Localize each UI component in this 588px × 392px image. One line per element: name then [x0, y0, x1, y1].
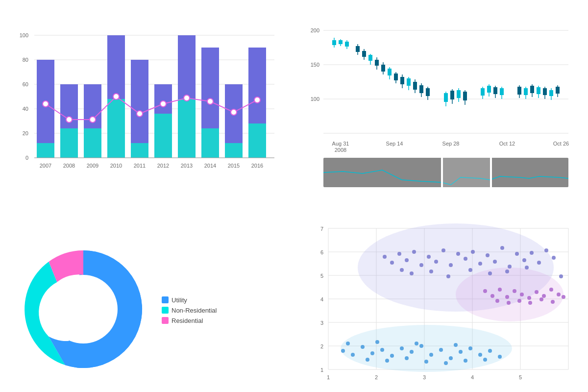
scatter-dot-c3 — [415, 342, 418, 345]
scatter-x-1: 1 — [327, 374, 330, 380]
scatter-dot-c2 — [549, 288, 553, 292]
scatter-dot-c3 — [439, 348, 443, 352]
scatter-dot — [559, 274, 563, 278]
svg-rect-48 — [463, 92, 467, 100]
x-label-2012: 2012 — [157, 163, 169, 169]
scatter-dot — [515, 252, 519, 256]
svg-rect-22 — [368, 55, 372, 61]
legend-color-residential — [162, 317, 169, 324]
scatter-dot — [434, 260, 438, 264]
line-dot-2011 — [137, 111, 143, 117]
line-dot-2013 — [184, 95, 190, 101]
scatter-dot-c3 — [483, 358, 487, 362]
scatter-dot-c3 — [498, 355, 502, 359]
bar-cyan-2009 — [84, 128, 101, 158]
line-dot-2016 — [254, 97, 260, 103]
legend-color-utility — [162, 296, 169, 303]
x-label-2007: 2007 — [40, 163, 51, 169]
scatter-dot — [478, 262, 482, 266]
scatter-dot-c3 — [449, 356, 453, 360]
svg-rect-70 — [556, 87, 560, 94]
x-label-2011: 2011 — [134, 163, 146, 169]
scatter-dot-c3 — [380, 348, 384, 352]
scatter-dot — [410, 271, 414, 275]
svg-rect-16 — [345, 42, 349, 47]
scatter-dot-c3 — [370, 351, 374, 355]
svg-rect-50 — [481, 88, 485, 96]
svg-rect-64 — [537, 87, 540, 94]
scatter-dot-c3 — [405, 356, 409, 360]
svg-rect-40 — [426, 88, 430, 96]
scatter-dot — [400, 268, 404, 272]
scatter-dot — [419, 263, 423, 267]
y-label-100: 100 — [20, 32, 28, 38]
bar-chart-container: 0 20 40 60 80 100 — [0, 0, 294, 208]
scatter-y-3: 3 — [320, 320, 323, 326]
scatter-dot-c2 — [517, 299, 521, 303]
bar-cyan-2008 — [60, 128, 78, 158]
svg-rect-54 — [493, 87, 497, 94]
legend-residential: Residential — [162, 317, 217, 324]
svg-rect-66 — [543, 88, 547, 95]
scatter-dot-c3 — [390, 354, 394, 358]
svg-rect-46 — [457, 90, 461, 98]
scatter-dot-c2 — [490, 294, 494, 298]
x-label-2016: 2016 — [251, 163, 263, 169]
legend-color-nonresidential — [162, 307, 169, 314]
x-label-2015: 2015 — [228, 163, 240, 169]
scatter-dot-c2 — [539, 297, 543, 301]
scatter-dot — [449, 263, 453, 267]
bar-cyan-2013 — [178, 99, 196, 158]
bar-cyan-2010 — [107, 99, 125, 158]
scatter-dot — [552, 256, 556, 260]
scatter-dot-c3 — [464, 359, 467, 363]
scatter-dot — [412, 250, 416, 254]
y-label-80: 80 — [23, 57, 28, 63]
donut-svg — [10, 233, 157, 390]
bar-cyan-2014 — [201, 128, 219, 158]
scatter-dot-c2 — [542, 294, 546, 298]
scatter-dot-c2 — [535, 290, 539, 294]
bar-cyan-2015 — [225, 143, 243, 158]
scatter-dot — [522, 258, 526, 262]
scatter-dot — [429, 270, 433, 273]
cs-y-100: 100 — [311, 96, 319, 102]
scatter-dot — [537, 261, 541, 265]
navigator-handle-left[interactable] — [441, 157, 443, 188]
scatter-y-4: 4 — [320, 296, 323, 302]
scatter-dot — [441, 248, 445, 252]
svg-rect-44 — [450, 91, 454, 99]
scatter-dot-c3 — [375, 340, 379, 344]
bar-cyan-2011 — [131, 143, 148, 158]
cs-y-200: 200 — [311, 27, 319, 33]
scatter-dot-c2 — [495, 299, 499, 303]
cs-x-sep28: Sep 28 — [442, 141, 460, 147]
scatter-dot — [390, 261, 394, 265]
line-dot-2014 — [207, 98, 213, 104]
scatter-dot-c3 — [424, 360, 428, 364]
y-label-60: 60 — [23, 81, 28, 87]
svg-rect-28 — [388, 69, 392, 75]
scatter-y-1: 1 — [320, 367, 323, 373]
svg-rect-56 — [500, 88, 504, 95]
scatter-dot-c2 — [513, 289, 516, 293]
scatter-dot-c3 — [468, 346, 472, 350]
x-label-2009: 2009 — [87, 163, 98, 169]
bar-cyan-2012 — [154, 114, 172, 158]
svg-rect-42 — [444, 93, 448, 102]
svg-rect-38 — [419, 85, 423, 93]
scatter-dot-c3 — [366, 358, 369, 362]
scatter-y-2: 2 — [320, 343, 323, 349]
bar-cyan-2016 — [248, 123, 266, 158]
line-dot-2012 — [160, 101, 166, 107]
svg-rect-32 — [400, 77, 404, 84]
scatter-dot-c2 — [520, 293, 524, 296]
svg-rect-58 — [517, 87, 521, 95]
svg-rect-20 — [362, 51, 366, 57]
scatter-dot-c3 — [419, 344, 423, 348]
navigator-handle-right[interactable] — [490, 157, 492, 188]
cs-x-oct12: Oct 12 — [499, 141, 515, 147]
svg-rect-34 — [407, 78, 411, 86]
scatter-chart-container: 1 2 3 4 5 6 7 1 2 3 4 5 — [294, 208, 588, 392]
scatter-dot-c2 — [527, 296, 531, 300]
